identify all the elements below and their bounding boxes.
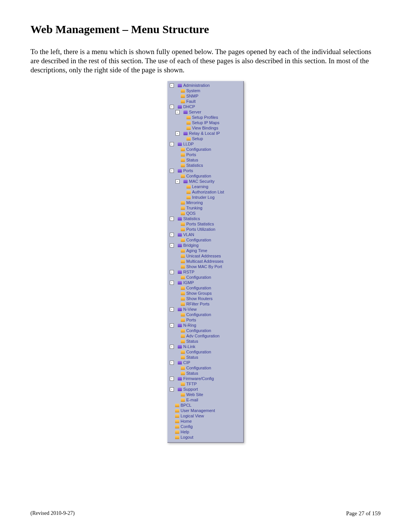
tree-item-statistics[interactable]: -Statistics — [168, 216, 242, 221]
tree-item-multicast-addresses[interactable]: Multicast Addresses — [168, 259, 242, 264]
tree-item-label: Adv Configuration — [186, 333, 220, 339]
tree-item-configuration[interactable]: Configuration — [168, 328, 242, 333]
tree-item-aging-time[interactable]: Aging Time — [168, 248, 242, 253]
tree-toggle-icon[interactable]: - — [175, 179, 180, 184]
tree-toggle-icon[interactable]: - — [170, 345, 174, 349]
folder-icon — [178, 270, 182, 274]
tree-item-adv-configuration[interactable]: Adv Configuration — [168, 333, 242, 339]
tree-item-tftp[interactable]: TFTP — [168, 381, 242, 387]
tree-toggle-icon[interactable]: - — [175, 110, 180, 114]
tree-toggle-icon[interactable]: - — [170, 243, 174, 248]
folder-icon — [181, 398, 185, 402]
tree-item-setup-profiles[interactable]: Setup Profiles — [168, 115, 242, 120]
tree-item-administration[interactable]: -Administration — [168, 83, 242, 88]
tree-item-configuration[interactable]: Configuration — [168, 285, 242, 291]
tree-toggle-icon[interactable]: - — [170, 83, 174, 88]
folder-icon — [181, 206, 185, 210]
tree-item-snmp[interactable]: SNMP — [168, 93, 242, 99]
tree-item-bpcl[interactable]: BPCL — [168, 403, 242, 408]
tree-item-home[interactable]: Home — [168, 419, 242, 424]
tree-item-system[interactable]: System — [168, 88, 242, 93]
tree-item-status[interactable]: Status — [168, 371, 242, 376]
tree-toggle-icon[interactable]: - — [170, 233, 174, 237]
tree-item-igmp[interactable]: -IGMP — [168, 280, 242, 285]
tree-item-web-site[interactable]: Web Site — [168, 392, 242, 397]
tree-item-ports-statistics[interactable]: Ports Statistics — [168, 221, 242, 227]
tree-item-status[interactable]: Status — [168, 339, 242, 344]
tree-toggle-icon[interactable]: - — [170, 281, 174, 285]
tree-item-relay-local-ip[interactable]: -Relay & Local IP — [168, 131, 242, 136]
tree-item-lldp[interactable]: -LLDP — [168, 141, 242, 147]
tree-item-logout[interactable]: Logout — [168, 435, 242, 440]
tree-item-view-bindings[interactable]: View Bindings — [168, 125, 242, 131]
tree-item-user-management[interactable]: User Management — [168, 408, 242, 413]
tree-item-label: TFTP — [186, 381, 197, 387]
tree-toggle-icon[interactable]: - — [170, 217, 174, 221]
tree-toggle-icon[interactable]: - — [170, 142, 174, 146]
tree-item-statistics[interactable]: Statistics — [168, 163, 242, 168]
tree-item-configuration[interactable]: Configuration — [168, 237, 242, 243]
tree-item-firmware-config[interactable]: -Firmware/Config — [168, 376, 242, 381]
tree-item-show-groups[interactable]: Show Groups — [168, 291, 242, 296]
tree-item-rfilter-ports[interactable]: RFilter Ports — [168, 301, 242, 307]
tree-item-show-routers[interactable]: Show Routers — [168, 296, 242, 301]
folder-icon — [181, 313, 185, 316]
tree-item-n-ring[interactable]: -N-Ring — [168, 323, 242, 328]
folder-icon — [186, 137, 191, 141]
tree-toggle-icon[interactable]: - — [170, 387, 174, 391]
tree-item-unicast-addresses[interactable]: Unicast Addresses — [168, 253, 242, 259]
tree-toggle-icon[interactable]: - — [170, 105, 174, 109]
tree-item-e-mail[interactable]: E-mail — [168, 397, 242, 403]
tree-toggle-icon[interactable]: - — [170, 270, 174, 274]
folder-icon — [178, 345, 182, 348]
tree-item-logical-view[interactable]: Logical View — [168, 413, 242, 419]
tree-item-help[interactable]: Help — [168, 429, 242, 435]
tree-item-ports[interactable]: -Ports — [168, 168, 242, 173]
tree-item-intruder-log[interactable]: Intruder Log — [168, 195, 242, 200]
tree-item-ports[interactable]: Ports — [168, 152, 242, 157]
tree-item-configuration[interactable]: Configuration — [168, 365, 242, 371]
tree-item-setup-ip-maps[interactable]: Setup IP Maps — [168, 120, 242, 125]
tree-toggle-icon[interactable]: - — [175, 131, 180, 136]
tree-item-bridging[interactable]: -Bridging — [168, 243, 242, 248]
tree-item-n-view[interactable]: -N-View — [168, 307, 242, 312]
folder-icon — [183, 132, 188, 135]
tree-toggle-icon[interactable]: - — [170, 361, 174, 365]
tree-item-show-mac-by-port[interactable]: Show MAC By Port — [168, 264, 242, 269]
tree-item-cip[interactable]: -CIP — [168, 360, 242, 365]
tree-item-qos[interactable]: QOS — [168, 211, 242, 216]
tree-item-label: Status — [186, 355, 198, 360]
tree-item-mac-security[interactable]: -MAC Security — [168, 179, 242, 184]
tree-item-authorization-list[interactable]: Authorization List — [168, 189, 242, 195]
tree-item-configuration[interactable]: Configuration — [168, 147, 242, 152]
tree-item-vlan[interactable]: -VLAN — [168, 232, 242, 237]
tree-item-support[interactable]: -Support — [168, 387, 242, 392]
tree-toggle-icon[interactable]: - — [170, 307, 174, 312]
tree-toggle-icon[interactable]: - — [170, 323, 174, 328]
tree-item-status[interactable]: Status — [168, 355, 242, 360]
tree-item-n-link[interactable]: -N-Link — [168, 344, 242, 349]
tree-item-configuration[interactable]: Configuration — [168, 275, 242, 280]
tree-toggle-icon[interactable]: - — [170, 377, 174, 381]
tree-item-mirroring[interactable]: Mirroring — [168, 200, 242, 205]
folder-icon — [178, 169, 182, 173]
tree-item-configuration[interactable]: Configuration — [168, 312, 242, 317]
folder-icon — [181, 254, 185, 258]
tree-item-dhcp[interactable]: -DHCP — [168, 104, 242, 109]
tree-item-status[interactable]: Status — [168, 157, 242, 163]
tree-item-fault[interactable]: Fault — [168, 99, 242, 104]
tree-item-ports-utilization[interactable]: Ports Utilization — [168, 227, 242, 232]
tree-toggle-icon[interactable]: - — [170, 169, 174, 173]
tree-item-configuration[interactable]: Configuration — [168, 173, 242, 179]
tree-item-setup[interactable]: Setup — [168, 136, 242, 141]
tree-item-label: Ports Statistics — [186, 221, 214, 227]
tree-item-configuration[interactable]: Configuration — [168, 349, 242, 355]
tree-item-server[interactable]: -Server — [168, 109, 242, 115]
tree-item-ports[interactable]: Ports — [168, 317, 242, 323]
tree-item-learning[interactable]: Learning — [168, 184, 242, 189]
tree-item-label: Help — [181, 429, 190, 435]
tree-item-config[interactable]: Config — [168, 424, 242, 429]
tree-item-rstp[interactable]: -RSTP — [168, 269, 242, 275]
tree-item-trunking[interactable]: Trunking — [168, 205, 242, 211]
folder-icon — [178, 361, 182, 364]
